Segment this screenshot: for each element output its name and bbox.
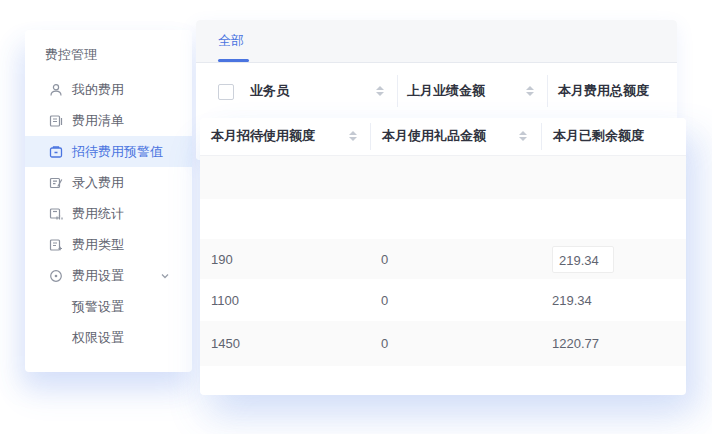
table-row bbox=[200, 199, 686, 239]
sidebar-item-entertainment-warning[interactable]: 招待费用预警值 bbox=[25, 136, 192, 167]
detail-table-header: 本月招待使用额度 本月使用礼品金额 本月已剩余额度 bbox=[200, 118, 686, 156]
user-icon bbox=[48, 82, 63, 97]
sort-icon[interactable] bbox=[349, 131, 357, 141]
sidebar-subitem-warning-settings[interactable]: 预警设置 bbox=[25, 291, 192, 322]
sidebar-item-expense-list[interactable]: 费用清单 bbox=[25, 105, 192, 136]
expense-stats-icon bbox=[48, 206, 63, 221]
sidebar-item-expense-type[interactable]: 费用类型 bbox=[25, 229, 192, 260]
table-row bbox=[200, 366, 686, 395]
sidebar-item-label: 我的费用 bbox=[72, 81, 124, 99]
column-divider bbox=[397, 75, 398, 107]
page: 费控管理 我的费用 费用清单 bbox=[0, 0, 712, 434]
sidebar-item-label: 预警设置 bbox=[72, 298, 124, 316]
sidebar-item-label: 录入费用 bbox=[72, 174, 124, 192]
cell-gift-amount: 0 bbox=[370, 293, 541, 308]
expense-list-icon bbox=[48, 113, 63, 128]
column-divider bbox=[541, 123, 542, 150]
tab-all[interactable]: 全部 bbox=[218, 20, 244, 62]
cell-gift-amount: 0 bbox=[370, 336, 541, 351]
cell-entertain-quota: 190 bbox=[200, 252, 370, 267]
expense-type-icon bbox=[48, 237, 63, 252]
sidebar-item-expense-settings[interactable]: 费用设置 bbox=[25, 260, 192, 291]
table-row: 1100 0 219.34 bbox=[200, 279, 686, 321]
column-header-gift-amount[interactable]: 本月使用礼品金额 bbox=[382, 127, 486, 145]
sidebar-title: 费控管理 bbox=[25, 30, 192, 74]
expense-entry-icon bbox=[48, 175, 63, 190]
sidebar-item-label: 费用统计 bbox=[72, 205, 124, 223]
column-header-entertain-quota[interactable]: 本月招待使用额度 bbox=[211, 127, 315, 145]
sort-icon[interactable] bbox=[376, 86, 384, 96]
detail-table-panel: 本月招待使用额度 本月使用礼品金额 本月已剩余额度 190 0 219.34 1… bbox=[200, 118, 686, 395]
column-header-month-total-quota[interactable]: 本月费用总额度 bbox=[558, 82, 649, 100]
sidebar-item-expense-entry[interactable]: 录入费用 bbox=[25, 167, 192, 198]
column-divider bbox=[370, 123, 371, 150]
tab-active-underline bbox=[218, 59, 249, 62]
sidebar-menu: 我的费用 费用清单 招待费用预警值 bbox=[25, 74, 192, 353]
table-row: 1450 0 1220.77 bbox=[200, 321, 686, 366]
tab-bar: 全部 bbox=[196, 20, 677, 63]
wallet-icon bbox=[48, 144, 63, 159]
editable-value-field[interactable]: 219.34 bbox=[552, 246, 614, 273]
table-row: 190 0 219.34 bbox=[200, 239, 686, 279]
cell-remaining-quota: 219.34 bbox=[541, 293, 686, 308]
column-header-remaining-quota[interactable]: 本月已剩余额度 bbox=[553, 127, 644, 145]
cell-gift-amount: 0 bbox=[370, 252, 541, 267]
sidebar-item-label: 招待费用预警值 bbox=[72, 143, 163, 161]
sort-icon[interactable] bbox=[519, 131, 527, 141]
sidebar-item-label: 费用设置 bbox=[72, 267, 124, 285]
sort-icon[interactable] bbox=[526, 86, 534, 96]
cell-remaining-quota: 1220.77 bbox=[541, 336, 686, 351]
settings-icon bbox=[48, 268, 63, 283]
sidebar-item-my-expenses[interactable]: 我的费用 bbox=[25, 74, 192, 105]
sidebar-item-label: 费用类型 bbox=[72, 236, 124, 254]
sidebar: 费控管理 我的费用 费用清单 bbox=[25, 30, 192, 372]
column-divider bbox=[547, 75, 548, 107]
cell-remaining-quota: 219.34 bbox=[541, 246, 686, 273]
sidebar-item-label: 费用清单 bbox=[72, 112, 124, 130]
column-header-last-month-performance[interactable]: 上月业绩金额 bbox=[407, 82, 485, 100]
table-row bbox=[200, 156, 686, 199]
select-all-checkbox[interactable] bbox=[218, 84, 234, 100]
column-header-salesperson[interactable]: 业务员 bbox=[250, 82, 289, 100]
sidebar-item-label: 权限设置 bbox=[72, 329, 124, 347]
sidebar-item-expense-stats[interactable]: 费用统计 bbox=[25, 198, 192, 229]
chevron-down-icon bbox=[160, 271, 170, 281]
sidebar-subitem-permission-settings[interactable]: 权限设置 bbox=[25, 322, 192, 353]
cell-entertain-quota: 1450 bbox=[200, 336, 370, 351]
cell-entertain-quota: 1100 bbox=[200, 293, 370, 308]
